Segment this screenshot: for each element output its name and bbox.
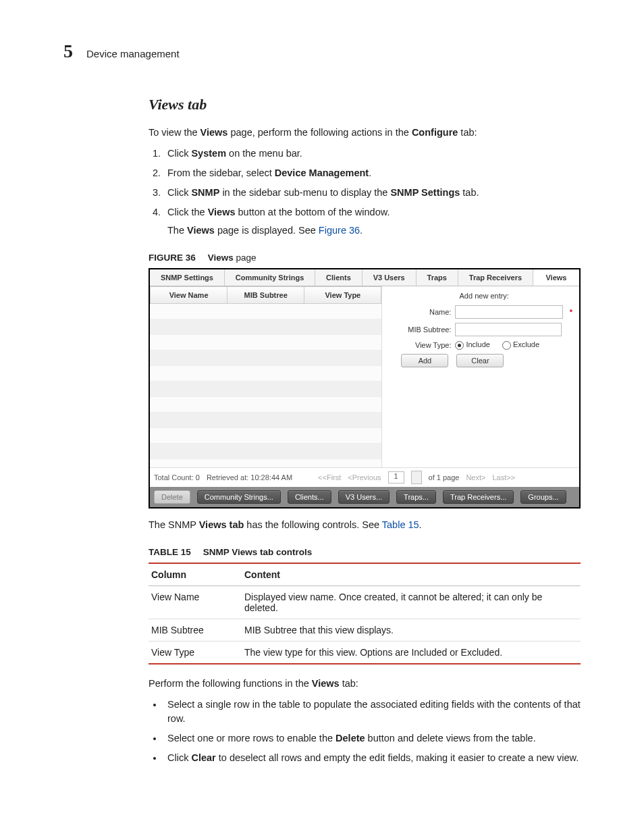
prev-page-link[interactable]: <Previous bbox=[348, 473, 381, 481]
trap-receivers-button[interactable]: Trap Receivers... bbox=[443, 490, 514, 504]
table-row bbox=[150, 366, 381, 382]
tab-trap-receivers[interactable]: Trap Receivers bbox=[458, 269, 533, 286]
radio-exclude[interactable]: Exclude bbox=[502, 340, 539, 350]
table-row bbox=[150, 459, 381, 467]
tab-v3-users[interactable]: V3 Users bbox=[363, 269, 417, 286]
th-column: Column bbox=[149, 563, 242, 586]
figure-link[interactable]: Figure 36 bbox=[319, 225, 360, 236]
table-link[interactable]: Table 15 bbox=[382, 519, 419, 530]
name-input[interactable] bbox=[455, 305, 562, 319]
retrieved-at: Retrieved at: 10:28:44 AM bbox=[207, 473, 292, 481]
col-mib-subtree[interactable]: MIB Subtree bbox=[227, 286, 304, 304]
required-icon: * bbox=[570, 308, 572, 316]
chapter-title: Device management bbox=[86, 48, 180, 59]
perform-paragraph: Perform the following functions in the V… bbox=[149, 677, 581, 691]
mib-subtree-input[interactable] bbox=[455, 323, 562, 336]
tab-snmp-settings[interactable]: SNMP Settings bbox=[150, 269, 225, 286]
th-content: Content bbox=[242, 563, 581, 586]
mib-subtree-label: MIB Subtree: bbox=[396, 325, 451, 334]
table-row bbox=[150, 428, 381, 444]
figure-caption: FIGURE 36Views page bbox=[149, 253, 581, 263]
table-row: MIB SubtreeMIB Subtree that this view di… bbox=[149, 619, 581, 642]
community-strings-button[interactable]: Community Strings... bbox=[197, 490, 281, 504]
groups-button[interactable]: Groups... bbox=[520, 490, 566, 504]
steps-list: Click System on the menu bar. From the s… bbox=[149, 147, 581, 238]
list-item: Select one or more rows to enable the De… bbox=[163, 731, 581, 746]
controls-table: Column Content View NameDisplayed view n… bbox=[149, 563, 581, 664]
table-row: View NameDisplayed view name. Once creat… bbox=[149, 586, 581, 619]
add-button[interactable]: Add bbox=[401, 354, 448, 367]
delete-button[interactable]: Delete bbox=[154, 490, 190, 504]
last-page-link[interactable]: Last>> bbox=[492, 473, 515, 481]
v3-users-button[interactable]: V3 Users... bbox=[338, 490, 390, 504]
col-view-name[interactable]: View Name bbox=[150, 286, 227, 304]
form-title: Add new entry: bbox=[396, 292, 572, 300]
table-row bbox=[150, 397, 381, 413]
radio-include[interactable]: Include bbox=[455, 340, 489, 350]
table-row bbox=[150, 413, 381, 428]
page-of-label: of 1 page bbox=[429, 473, 460, 481]
total-count: Total Count: 0 bbox=[154, 473, 200, 481]
intro-paragraph: To view the Views page, perform the foll… bbox=[149, 126, 581, 140]
table-row bbox=[150, 444, 381, 459]
tab-views[interactable]: Views bbox=[533, 269, 579, 286]
first-page-link[interactable]: <<First bbox=[318, 473, 341, 481]
section-heading: Views tab bbox=[149, 96, 581, 113]
list-item: Select a single row in the table to popu… bbox=[163, 698, 581, 726]
next-page-link[interactable]: Next> bbox=[466, 473, 485, 481]
name-label: Name: bbox=[396, 308, 451, 316]
page-dropdown[interactable] bbox=[411, 471, 422, 484]
tab-traps[interactable]: Traps bbox=[417, 269, 458, 286]
step-item: Click SNMP in the sidebar sub-menu to di… bbox=[163, 186, 581, 200]
chapter-number: 5 bbox=[63, 41, 73, 62]
page-number-input[interactable]: 1 bbox=[388, 471, 404, 484]
screenshot-views-page: SNMP Settings Community Strings Clients … bbox=[149, 268, 581, 509]
grid-body[interactable] bbox=[150, 304, 381, 467]
tab-clients[interactable]: Clients bbox=[315, 269, 363, 286]
step-item: Click the Views button at the bottom of … bbox=[163, 205, 581, 238]
clients-button[interactable]: Clients... bbox=[288, 490, 331, 504]
list-item: Click Clear to deselect all rows and emp… bbox=[163, 751, 581, 765]
col-view-type[interactable]: View Type bbox=[304, 286, 381, 304]
functions-list: Select a single row in the table to popu… bbox=[149, 698, 581, 765]
step-item: Click System on the menu bar. bbox=[163, 147, 581, 161]
table-row: View TypeThe view type for this view. Op… bbox=[149, 642, 581, 664]
after-figure-paragraph: The SNMP Views tab has the following con… bbox=[149, 518, 581, 532]
table-row bbox=[150, 350, 381, 366]
table-caption: TABLE 15SNMP Views tab controls bbox=[149, 547, 581, 557]
table-row bbox=[150, 319, 381, 335]
traps-button[interactable]: Traps... bbox=[396, 490, 436, 504]
tab-community-strings[interactable]: Community Strings bbox=[225, 269, 315, 286]
clear-button[interactable]: Clear bbox=[456, 354, 504, 367]
view-type-label: View Type: bbox=[396, 341, 451, 349]
table-row bbox=[150, 304, 381, 319]
table-row bbox=[150, 335, 381, 350]
table-row bbox=[150, 382, 381, 397]
step-item: From the sidebar, select Device Manageme… bbox=[163, 166, 581, 180]
